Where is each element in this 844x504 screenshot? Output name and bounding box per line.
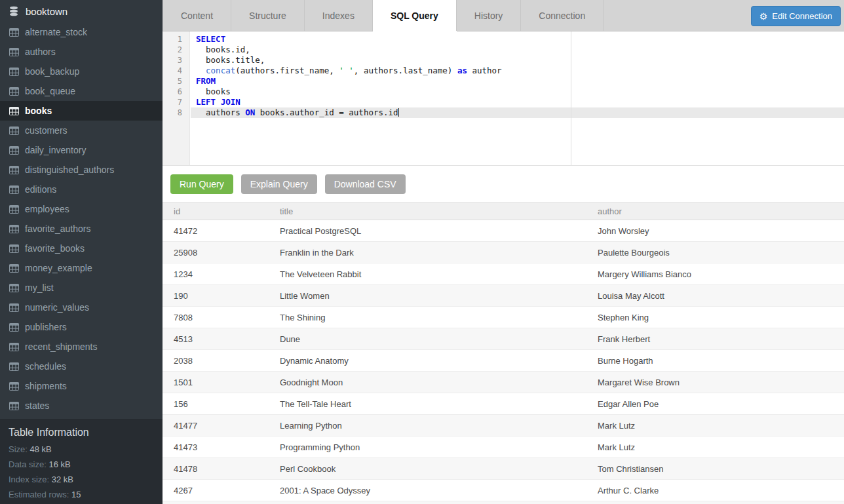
- info-row: Estimated rows: 15: [9, 490, 163, 499]
- sidebar-item-numeric_values[interactable]: numeric_values: [0, 298, 163, 317]
- table-row[interactable]: 1234The Velveteen RabbitMargery Williams…: [163, 263, 844, 285]
- column-header-title: title: [269, 206, 586, 216]
- sql-editor[interactable]: 12345678 SELECT books.id, books.title, c…: [163, 31, 844, 166]
- code-line-8[interactable]: authors ON books.author_id = authors.id: [191, 107, 844, 118]
- sidebar-item-customers[interactable]: customers: [0, 121, 163, 140]
- table-name: distinguished_authors: [25, 165, 114, 175]
- table-icon: [9, 225, 19, 233]
- database-name: booktown: [26, 6, 67, 17]
- cell-author: John Worsley: [586, 226, 844, 236]
- sidebar-item-editions[interactable]: editions: [0, 180, 163, 199]
- sql-code-area[interactable]: SELECT books.id, books.title, concat(aut…: [191, 31, 844, 118]
- code-line-1[interactable]: SELECT: [191, 34, 844, 45]
- cell-author: Stephen King: [586, 313, 844, 322]
- table-information-panel: Table Information Size: 48 kBData size: …: [0, 419, 163, 504]
- sidebar-item-publishers[interactable]: publishers: [0, 317, 163, 337]
- tab-bar: ContentStructureIndexesSQL QueryHistoryC…: [163, 0, 844, 31]
- explain-query-button[interactable]: Explain Query: [241, 174, 317, 194]
- sidebar-item-employees[interactable]: employees: [0, 199, 163, 219]
- run-query-button[interactable]: Run Query: [170, 174, 233, 194]
- cell-author: Burne Hogarth: [586, 356, 844, 366]
- sidebar-item-favorite_books[interactable]: favorite_books: [0, 239, 163, 258]
- sidebar-item-money_example[interactable]: money_example: [0, 258, 163, 278]
- sidebar-item-alternate_stock[interactable]: alternate_stock: [0, 22, 163, 42]
- sidebar-item-states[interactable]: states: [0, 396, 163, 416]
- sidebar: booktown alternate_stockauthorsbook_back…: [0, 0, 163, 504]
- table-row[interactable]: 156The Tell-Tale HeartEdgar Allen Poe: [163, 393, 844, 415]
- table-icon: [9, 382, 19, 391]
- code-line-6[interactable]: books: [191, 87, 844, 97]
- tab-content[interactable]: Content: [163, 0, 231, 31]
- table-name: book_queue: [25, 86, 75, 96]
- table-icon: [9, 166, 19, 174]
- table-row[interactable]: 7808The ShiningStephen King: [163, 307, 844, 328]
- table-icon: [9, 343, 19, 351]
- table-row[interactable]: 41472Practical PostgreSQLJohn Worsley: [163, 220, 844, 242]
- sidebar-item-schedules[interactable]: schedules: [0, 357, 163, 376]
- sidebar-item-book_backup[interactable]: book_backup: [0, 62, 163, 81]
- edit-connection-button[interactable]: ⚙ Edit Connection: [751, 6, 841, 26]
- table-name: money_example: [25, 263, 92, 273]
- cell-id: 2038: [163, 356, 269, 366]
- sidebar-item-recent_shipments[interactable]: recent_shipments: [0, 337, 163, 357]
- download-csv-button[interactable]: Download CSV: [325, 174, 406, 194]
- cell-id: 1234: [163, 269, 269, 279]
- column-header-author: author: [586, 206, 844, 216]
- cell-id: 1501: [163, 378, 269, 387]
- table-icon: [9, 185, 19, 194]
- cell-title: 2001: A Space Odyssey: [269, 486, 586, 495]
- tab-history[interactable]: History: [457, 0, 522, 31]
- tab-indexes[interactable]: Indexes: [305, 0, 373, 31]
- gear-icon: ⚙: [759, 12, 768, 21]
- sidebar-item-book_queue[interactable]: book_queue: [0, 81, 163, 101]
- table-icon: [9, 323, 19, 332]
- table-information-title: Table Information: [9, 427, 163, 438]
- table-row[interactable]: 2038Dynamic AnatomyBurne Hogarth: [163, 350, 844, 372]
- main-area: ContentStructureIndexesSQL QueryHistoryC…: [163, 0, 844, 504]
- code-line-7[interactable]: LEFT JOIN: [191, 97, 844, 107]
- sidebar-item-daily_inventory[interactable]: daily_inventory: [0, 140, 163, 160]
- editor-divider: [571, 31, 571, 165]
- tab-structure[interactable]: Structure: [231, 0, 305, 31]
- cell-id: 4267: [163, 486, 269, 495]
- code-line-3[interactable]: books.title,: [191, 55, 844, 66]
- table-row[interactable]: 41478Perl CookbookTom Christiansen: [163, 458, 844, 480]
- table-icon: [9, 362, 19, 371]
- info-row: Data size: 16 kB: [9, 459, 163, 469]
- tab-connection[interactable]: Connection: [521, 0, 604, 31]
- sidebar-item-books[interactable]: books: [0, 101, 163, 121]
- column-header-id: id: [163, 206, 269, 216]
- table-row[interactable]: 190Little WomenLouisa May Alcott: [163, 285, 844, 307]
- sidebar-item-my_list[interactable]: my_list: [0, 278, 163, 298]
- info-row: Size: 48 kB: [9, 444, 163, 454]
- database-icon: [9, 6, 19, 16]
- table-icon: [9, 303, 19, 312]
- sidebar-item-distinguished_authors[interactable]: distinguished_authors: [0, 160, 163, 180]
- table-row[interactable]: 41477Learning PythonMark Lutz: [163, 415, 844, 436]
- table-name: publishers: [25, 322, 67, 332]
- table-name: employees: [25, 204, 69, 214]
- table-name: my_list: [25, 282, 54, 293]
- table-row[interactable]: 42672001: A Space OdysseyArthur C. Clark…: [163, 480, 844, 501]
- code-line-5[interactable]: FROM: [191, 76, 844, 87]
- table-name: states: [25, 400, 49, 411]
- tab-sql-query[interactable]: SQL Query: [373, 0, 457, 31]
- cell-id: 41477: [163, 421, 269, 431]
- table-icon: [9, 87, 19, 96]
- code-line-2[interactable]: books.id,: [191, 45, 844, 55]
- database-header[interactable]: booktown: [0, 0, 163, 22]
- table-row[interactable]: 25908Franklin in the DarkPaulette Bourge…: [163, 242, 844, 263]
- results-body: 41472Practical PostgreSQLJohn Worsley259…: [163, 220, 844, 504]
- cell-id: 25908: [163, 248, 269, 258]
- table-name: recent_shipments: [25, 341, 98, 352]
- table-row[interactable]: 41473Programming PythonMark Lutz: [163, 436, 844, 458]
- table-row[interactable]: 1501Goodnight MoonMargaret Wise Brown: [163, 372, 844, 393]
- code-line-4[interactable]: concat(authors.first_name, ' ', authors.…: [191, 66, 844, 76]
- cell-author: Tom Christiansen: [586, 464, 844, 474]
- table-row[interactable]: 4513DuneFrank Herbert: [163, 328, 844, 350]
- sidebar-item-favorite_authors[interactable]: favorite_authors: [0, 219, 163, 239]
- cell-title: Learning Python: [269, 421, 586, 431]
- sidebar-item-shipments[interactable]: shipments: [0, 376, 163, 396]
- sidebar-item-authors[interactable]: authors: [0, 42, 163, 62]
- cell-author: Paulette Bourgeois: [586, 248, 844, 258]
